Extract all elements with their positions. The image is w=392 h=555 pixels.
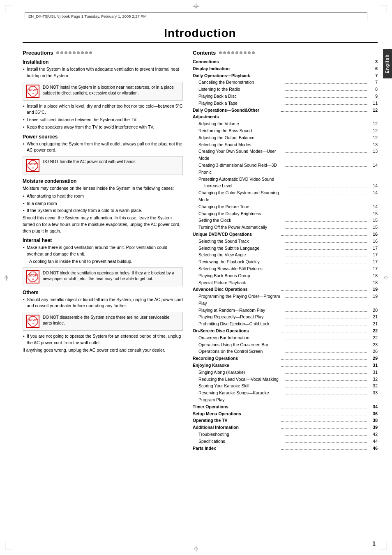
contents-header: Contents (193, 50, 378, 56)
toc-item: Playing Repeatedly—Repeat Play21 (193, 313, 378, 320)
toc-dots (281, 428, 368, 429)
toc-page: 14 (369, 162, 378, 169)
toc-label: Canceling the Demonstration (198, 79, 283, 86)
toc-label: Changing the Color System and Scanning M… (198, 189, 283, 203)
stop-svg-1: STOP ⚠ (27, 85, 39, 97)
installation-bullet3: Leave sufficient distance between the Sy… (23, 117, 183, 123)
toc-dots (284, 249, 368, 250)
toc-label: Reviewing the Playback Quickly (198, 258, 283, 265)
toc-page: 12 (369, 127, 378, 134)
svg-text:⚠: ⚠ (32, 278, 34, 280)
toc-dots (284, 139, 368, 139)
toc-dots (281, 77, 368, 77)
cdot7 (244, 51, 247, 54)
crop-mark-bl (5, 542, 13, 550)
dot6 (77, 51, 80, 54)
toc-label: Reducing the Lead Vocal—Vocal Masking (198, 376, 283, 383)
toc-item: Daily Operations—Playback7 (193, 72, 378, 79)
toc-dots (287, 187, 368, 187)
crosshair-top (193, 3, 199, 9)
main-content: Introduction Precautions (23, 27, 378, 532)
warning-box-1: STOP ⚠ DO NOT install the System in a lo… (23, 82, 183, 101)
toc-item: Selecting Browsable Still Pictures17 (193, 265, 378, 272)
toc-label: Presetting Automatic DVD Video Sound (198, 176, 378, 183)
toc-label: Programming the Playing Order—Program Pl… (198, 293, 283, 307)
toc-page: 11 (369, 100, 378, 107)
toc-dots (284, 346, 368, 346)
toc-item: Playing at Random—Random Play20 (193, 307, 378, 314)
toc-item: Reducing the Lead Vocal—Vocal Masking32 (193, 376, 378, 383)
svg-text:STOP: STOP (29, 88, 37, 91)
contents-title: Contents (193, 50, 216, 56)
two-col-layout: Precautions Installation I (23, 50, 378, 451)
installation-bullet1: Install the System in a location with ad… (23, 66, 183, 79)
toc-page: 6 (369, 65, 378, 72)
warning-text-4: DO NOT disassemble the System since ther… (43, 315, 179, 326)
side-tab-label: English (385, 54, 390, 74)
toc-label: Additional Information (193, 424, 280, 431)
crop-mark-br (379, 542, 387, 550)
toc-label: Changing the Display Brightness (198, 210, 283, 217)
toc-item: Recording Operations29 (193, 355, 378, 362)
others-bullet2: If you are not going to operate the Syst… (23, 333, 183, 346)
toc-item: Timer Operations34 (193, 403, 378, 410)
toc-page: 3 (369, 58, 378, 65)
toc-dots (284, 104, 368, 105)
toc-label: Playing Back Bonus Group (198, 272, 283, 279)
toc-dots (284, 152, 368, 153)
toc-page: 26 (369, 348, 378, 355)
power-bullet1: When unplugging the System from the wall… (23, 141, 183, 154)
toc-label: Troubleshooting (198, 431, 283, 438)
toc-dots (281, 290, 368, 291)
svg-marker-0 (28, 86, 38, 96)
toc-page: 12 (369, 107, 378, 114)
toc-dots (284, 277, 368, 277)
toc-item: Operations on the Control Screen26 (193, 348, 378, 355)
toc-page: 14 (369, 189, 378, 196)
moisture-text1: Moisture may condense on the lenses insi… (23, 185, 183, 192)
toc-dots (281, 235, 368, 236)
toc-page: 15 (369, 224, 378, 231)
toc-page: 16 (369, 238, 378, 245)
toc-page: 33 (369, 389, 378, 396)
crosshair-circle-bottom (194, 547, 198, 550)
toc-label: Turning Off the Power Automatically (198, 224, 283, 231)
toc-dots (281, 63, 368, 63)
toc-dots (281, 332, 368, 332)
toc-label: Adjusting the Output Balance (198, 134, 283, 141)
crosshair-circle-left (5, 276, 8, 279)
toc-label: Selecting the Sound Modes (198, 141, 283, 148)
toc-label: Increase Level (204, 182, 286, 189)
power-title: Power sources (23, 134, 183, 140)
toc-page: 21 (369, 313, 378, 320)
svg-marker-6 (28, 272, 38, 282)
toc-item: Adjusting the Output Balance12 (193, 134, 378, 141)
toc-page: 44 (369, 438, 378, 445)
toc-item: On-Screen Disc Operations22 (193, 327, 378, 334)
toc-dots (281, 359, 368, 360)
toc-dots (284, 352, 368, 353)
toc-dots (284, 90, 368, 91)
toc-item: Unique DVD/VCD Operations16 (193, 231, 378, 238)
page-number: 1 (372, 540, 376, 547)
toc-item: Connections3 (193, 58, 378, 65)
toc-item: Canceling the Demonstration7 (193, 79, 378, 86)
toc-dots (284, 256, 368, 256)
moisture-bullet2: In a damp room (23, 200, 183, 207)
toc-dots (284, 208, 368, 208)
toc-page: 42 (369, 431, 378, 438)
toc-item: Changing the Display Brightness15 (193, 210, 378, 217)
precautions-header: Precautions (23, 50, 183, 56)
dot4 (69, 51, 71, 54)
contents-dots (219, 51, 255, 54)
toc-label: Reserving Karaoke Songs—Karaoke Program … (198, 389, 283, 403)
toc-label: Singing Along (Karaoke) (198, 369, 283, 376)
page-wrapper: EN_DX-T5[USUN].book Page 1 Tuesday, Febr… (0, 0, 392, 555)
toc-label: Changing the Picture Tone (198, 203, 283, 210)
toc-item: Playing Back a Tape11 (193, 100, 378, 107)
toc-page: 32 (369, 382, 378, 389)
toc-dots (284, 221, 368, 222)
toc-label: Special Picture Playback (198, 279, 283, 286)
toc-page: 7 (369, 79, 378, 86)
toc-label: Prohibiting Disc Ejection—Child Lock (198, 320, 283, 327)
